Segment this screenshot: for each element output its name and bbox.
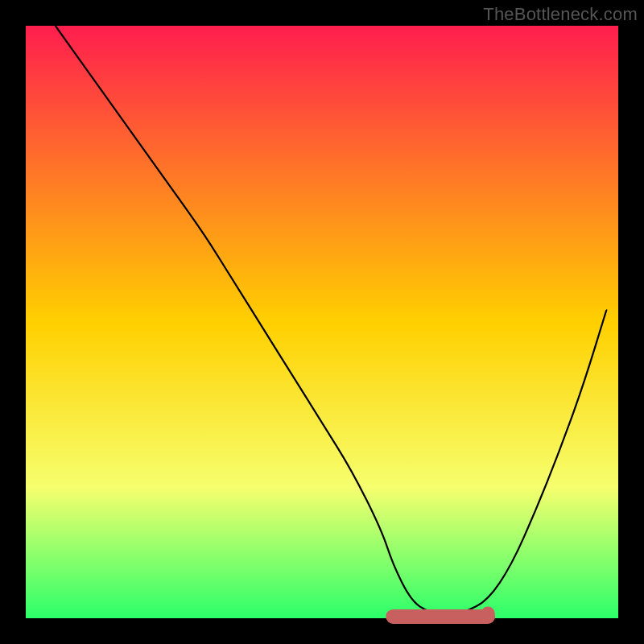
chart-svg bbox=[0, 0, 644, 644]
plot-area bbox=[26, 26, 618, 618]
optimal-marker-end bbox=[481, 607, 495, 621]
watermark: TheBottleneck.com bbox=[483, 4, 638, 25]
chart-container: { "watermark": "TheBottleneck.com", "col… bbox=[0, 0, 644, 644]
